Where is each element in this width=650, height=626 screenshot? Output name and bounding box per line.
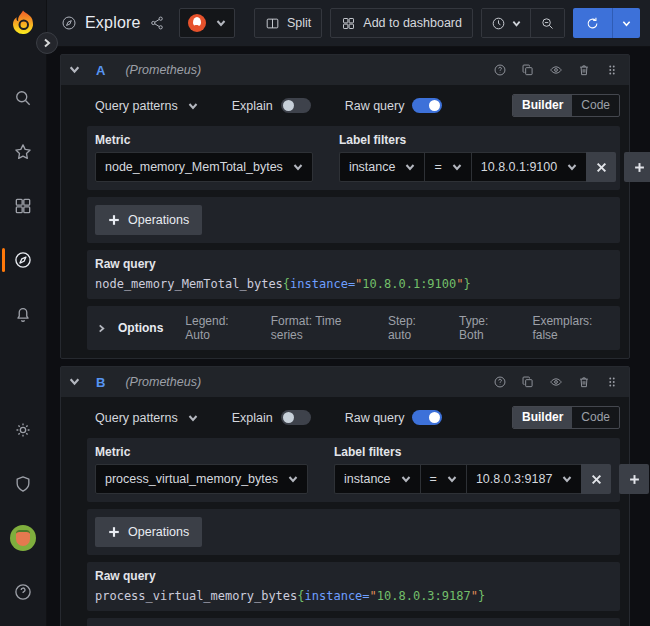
option-exemplars: Exemplars: false (532, 314, 612, 342)
chevron-down-icon (447, 474, 457, 484)
grafana-logo-icon[interactable] (8, 8, 38, 38)
option-step: Step: auto (388, 314, 437, 342)
eye-icon (549, 375, 563, 389)
filter-value-select[interactable]: 10.8.0.3:9187 (466, 464, 581, 494)
filter-key-select[interactable]: instance (334, 464, 420, 494)
metric-field: Metric node_memory_MemTotal_bytes (95, 133, 313, 182)
sidebar-item-dashboards[interactable] (0, 186, 47, 226)
raw-label-key: instance (290, 277, 348, 291)
run-query-button[interactable] (573, 8, 612, 38)
disable-query-button[interactable] (549, 63, 563, 77)
time-range-picker-button[interactable] (482, 9, 530, 37)
query-editor-row-a: A (Prometheus) Query patterns (60, 54, 630, 359)
remove-filter-button[interactable] (586, 152, 616, 182)
raw-close-brace: } (464, 277, 471, 291)
add-filter-button[interactable] (619, 464, 649, 494)
chevron-down-icon (216, 16, 226, 31)
share-icon[interactable] (149, 15, 165, 31)
question-circle-icon (493, 375, 507, 389)
builder-mode-option[interactable]: Builder (513, 95, 572, 116)
sidebar-item-configuration[interactable] (0, 410, 47, 450)
remove-filter-button[interactable] (581, 464, 611, 494)
bell-icon (13, 304, 33, 324)
raw-equals: = (362, 589, 369, 603)
query-header-a[interactable]: A (Prometheus) (61, 55, 629, 85)
clock-icon (491, 16, 506, 31)
refresh-interval-dropdown[interactable] (612, 8, 640, 38)
raw-query-title: Raw query (95, 257, 612, 271)
sidebar-item-starred[interactable] (0, 132, 47, 172)
explain-switch[interactable] (281, 410, 311, 425)
query-header-b[interactable]: B (Prometheus) (61, 367, 629, 397)
user-avatar (10, 525, 36, 551)
sidebar-item-admin[interactable] (0, 464, 47, 504)
add-filter-button[interactable] (624, 152, 650, 182)
datasource-help-button[interactable] (493, 63, 507, 77)
metric-value: node_memory_MemTotal_bytes (105, 160, 283, 174)
operations-button[interactable]: Operations (95, 205, 202, 235)
time-picker-group (481, 8, 565, 38)
remove-query-button[interactable] (577, 375, 591, 389)
label-filters-field: Label filters instance = (334, 445, 649, 494)
metric-select[interactable]: node_memory_MemTotal_bytes (95, 152, 313, 182)
sidebar-item-explore[interactable] (0, 240, 47, 280)
query-ref-id[interactable]: A (96, 63, 105, 78)
options-collapse-toggle[interactable]: Options (97, 321, 163, 335)
duplicate-query-button[interactable] (521, 63, 535, 77)
collapse-chevron-icon[interactable] (69, 375, 80, 390)
query-patterns-dropdown[interactable]: Query patterns (95, 99, 198, 113)
filter-key-select[interactable]: instance (339, 152, 425, 182)
zoom-out-icon (540, 16, 555, 31)
datasource-help-button[interactable] (493, 375, 507, 389)
drag-handle[interactable] (605, 375, 619, 389)
raw-query-switch[interactable] (412, 98, 442, 113)
filter-operator-select[interactable]: = (420, 464, 466, 494)
raw-query-toggle-group: Raw query (345, 98, 443, 113)
sidebar-item-profile[interactable] (0, 518, 47, 558)
query-patterns-dropdown[interactable]: Query patterns (95, 411, 198, 425)
chevron-down-icon (622, 19, 631, 28)
close-icon (596, 162, 607, 173)
filter-operator-select[interactable]: = (424, 152, 470, 182)
split-button[interactable]: Split (254, 8, 322, 38)
sidebar-item-help[interactable] (0, 572, 47, 612)
add-to-dashboard-label: Add to dashboard (363, 16, 462, 30)
sidebar (0, 0, 47, 626)
drag-handle[interactable] (605, 63, 619, 77)
query-ref-id[interactable]: B (96, 375, 105, 390)
remove-query-button[interactable] (577, 63, 591, 77)
zoom-out-time-button[interactable] (530, 9, 564, 37)
option-format: Format: Time series (271, 314, 366, 342)
datasource-hint: (Prometheus) (125, 375, 201, 389)
chevron-down-icon (452, 162, 462, 172)
dashboards-grid-icon (13, 196, 33, 216)
metric-filters-section: Metric node_memory_MemTotal_bytes Label … (87, 126, 620, 190)
add-to-dashboard-button[interactable]: Add to dashboard (330, 8, 473, 38)
options-section: Options Legend: Auto Format: Time series… (87, 618, 620, 626)
builder-mode-option[interactable]: Builder (513, 407, 572, 428)
datasource-picker[interactable] (179, 8, 235, 38)
raw-query-toggle-group: Raw query (345, 410, 443, 425)
collapse-chevron-icon[interactable] (69, 63, 80, 78)
code-mode-option[interactable]: Code (572, 95, 619, 116)
filter-value: 10.8.0.3:9187 (476, 472, 552, 486)
metric-select[interactable]: process_virtual_memory_bytes (95, 464, 308, 494)
raw-quote-close: " (456, 277, 463, 291)
duplicate-query-button[interactable] (521, 375, 535, 389)
filter-value-select[interactable]: 10.8.0.1:9100 (471, 152, 586, 182)
raw-query-section: Raw query node_memory_MemTotal_bytes{ins… (87, 250, 620, 299)
sidebar-expand-button[interactable] (36, 32, 58, 54)
sidebar-item-alerting[interactable] (0, 294, 47, 334)
raw-query-switch[interactable] (412, 410, 442, 425)
plus-icon (108, 214, 120, 226)
disable-query-button[interactable] (549, 375, 563, 389)
raw-query-label: Raw query (345, 99, 405, 113)
editor-mode-toggle: Builder Code (512, 406, 620, 429)
chevron-down-icon (188, 413, 198, 423)
code-mode-option[interactable]: Code (572, 407, 619, 428)
sidebar-item-search[interactable] (0, 78, 47, 118)
option-type: Type: Both (459, 314, 510, 342)
shield-icon (13, 474, 33, 494)
operations-button[interactable]: Operations (95, 517, 202, 547)
explain-switch[interactable] (281, 98, 311, 113)
